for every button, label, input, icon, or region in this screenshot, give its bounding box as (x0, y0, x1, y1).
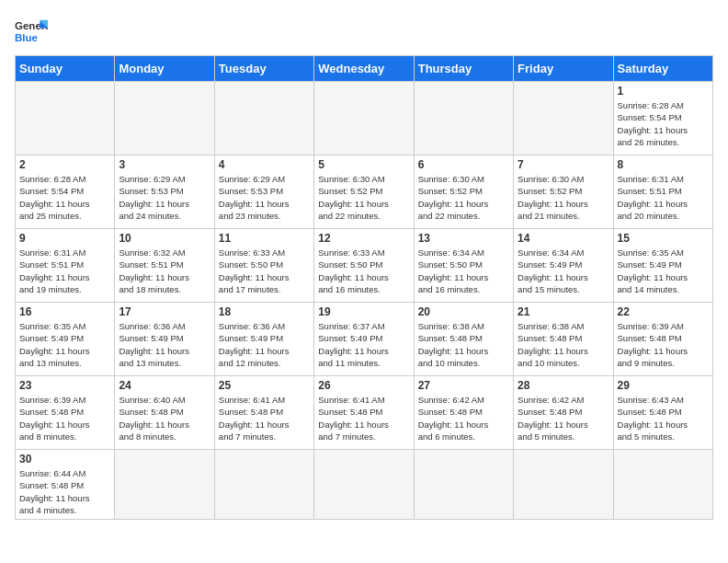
calendar-cell: 3Sunrise: 6:29 AM Sunset: 5:53 PM Daylig… (115, 155, 214, 229)
page-header: General Blue (15, 15, 713, 48)
day-number: 26 (318, 379, 409, 392)
calendar-cell (115, 82, 214, 155)
calendar-week-1: 1Sunrise: 6:28 AM Sunset: 5:54 PM Daylig… (16, 82, 713, 155)
day-number: 8 (618, 158, 709, 171)
calendar-cell (613, 450, 712, 520)
day-number: 9 (19, 232, 110, 245)
calendar-cell: 18Sunrise: 6:36 AM Sunset: 5:49 PM Dayli… (214, 303, 313, 376)
day-content: Sunrise: 6:29 AM Sunset: 5:53 PM Dayligh… (219, 173, 310, 222)
calendar-cell: 26Sunrise: 6:41 AM Sunset: 5:48 PM Dayli… (314, 376, 414, 450)
calendar-cell (314, 450, 414, 520)
calendar-cell (16, 82, 115, 155)
day-number: 16 (19, 305, 110, 318)
day-number: 17 (119, 305, 210, 318)
day-number: 18 (219, 305, 310, 318)
day-number: 1 (618, 85, 709, 98)
calendar-week-5: 23Sunrise: 6:39 AM Sunset: 5:48 PM Dayli… (16, 376, 713, 450)
day-content: Sunrise: 6:37 AM Sunset: 5:49 PM Dayligh… (318, 320, 409, 369)
day-content: Sunrise: 6:36 AM Sunset: 5:49 PM Dayligh… (219, 320, 310, 369)
day-number: 6 (418, 158, 509, 171)
day-number: 23 (19, 379, 110, 392)
day-content: Sunrise: 6:41 AM Sunset: 5:48 PM Dayligh… (219, 394, 310, 442)
day-content: Sunrise: 6:28 AM Sunset: 5:54 PM Dayligh… (618, 99, 709, 148)
day-content: Sunrise: 6:44 AM Sunset: 5:48 PM Dayligh… (19, 467, 110, 516)
calendar-cell: 23Sunrise: 6:39 AM Sunset: 5:48 PM Dayli… (16, 376, 115, 450)
day-content: Sunrise: 6:36 AM Sunset: 5:49 PM Dayligh… (119, 320, 210, 369)
calendar-week-4: 16Sunrise: 6:35 AM Sunset: 5:49 PM Dayli… (16, 303, 713, 376)
calendar-week-6: 30Sunrise: 6:44 AM Sunset: 5:48 PM Dayli… (16, 450, 713, 520)
calendar-cell: 6Sunrise: 6:30 AM Sunset: 5:52 PM Daylig… (414, 155, 513, 229)
day-content: Sunrise: 6:30 AM Sunset: 5:52 PM Dayligh… (518, 173, 609, 222)
day-content: Sunrise: 6:35 AM Sunset: 5:49 PM Dayligh… (618, 247, 709, 295)
day-number: 10 (119, 232, 210, 245)
day-content: Sunrise: 6:35 AM Sunset: 5:49 PM Dayligh… (19, 320, 110, 369)
calendar-week-2: 2Sunrise: 6:28 AM Sunset: 5:54 PM Daylig… (16, 155, 713, 229)
day-number: 30 (19, 453, 110, 465)
calendar-week-3: 9Sunrise: 6:31 AM Sunset: 5:51 PM Daylig… (16, 229, 713, 303)
day-number: 3 (119, 158, 210, 171)
day-number: 21 (518, 305, 609, 318)
day-content: Sunrise: 6:43 AM Sunset: 5:48 PM Dayligh… (618, 394, 709, 442)
day-content: Sunrise: 6:42 AM Sunset: 5:48 PM Dayligh… (418, 394, 509, 442)
calendar-cell: 28Sunrise: 6:42 AM Sunset: 5:48 PM Dayli… (514, 376, 613, 450)
day-number: 20 (418, 305, 509, 318)
day-content: Sunrise: 6:32 AM Sunset: 5:51 PM Dayligh… (119, 247, 210, 295)
calendar-cell (414, 450, 513, 520)
calendar-table: SundayMondayTuesdayWednesdayThursdayFrid… (15, 55, 713, 520)
calendar-cell: 22Sunrise: 6:39 AM Sunset: 5:48 PM Dayli… (613, 303, 712, 376)
calendar-cell: 20Sunrise: 6:38 AM Sunset: 5:48 PM Dayli… (414, 303, 513, 376)
calendar-cell (115, 450, 214, 520)
day-number: 29 (618, 379, 709, 392)
calendar-cell (414, 82, 513, 155)
day-content: Sunrise: 6:34 AM Sunset: 5:50 PM Dayligh… (418, 247, 509, 295)
calendar-cell (314, 82, 414, 155)
calendar-cell: 9Sunrise: 6:31 AM Sunset: 5:51 PM Daylig… (16, 229, 115, 303)
column-header-thursday: Thursday (414, 56, 513, 82)
day-number: 25 (219, 379, 310, 392)
day-content: Sunrise: 6:33 AM Sunset: 5:50 PM Dayligh… (219, 247, 310, 295)
day-content: Sunrise: 6:40 AM Sunset: 5:48 PM Dayligh… (119, 394, 210, 442)
day-number: 5 (318, 158, 409, 171)
calendar-cell: 29Sunrise: 6:43 AM Sunset: 5:48 PM Dayli… (613, 376, 712, 450)
day-content: Sunrise: 6:41 AM Sunset: 5:48 PM Dayligh… (318, 394, 409, 442)
calendar-cell: 15Sunrise: 6:35 AM Sunset: 5:49 PM Dayli… (613, 229, 712, 303)
day-number: 12 (318, 232, 409, 245)
calendar-cell (514, 450, 613, 520)
day-content: Sunrise: 6:30 AM Sunset: 5:52 PM Dayligh… (318, 173, 409, 222)
column-header-wednesday: Wednesday (314, 56, 414, 82)
svg-text:Blue: Blue (15, 32, 39, 43)
column-header-sunday: Sunday (16, 56, 115, 82)
calendar-cell: 14Sunrise: 6:34 AM Sunset: 5:49 PM Dayli… (514, 229, 613, 303)
day-content: Sunrise: 6:38 AM Sunset: 5:48 PM Dayligh… (418, 320, 509, 369)
calendar-cell: 16Sunrise: 6:35 AM Sunset: 5:49 PM Dayli… (16, 303, 115, 376)
day-number: 27 (418, 379, 509, 392)
day-content: Sunrise: 6:33 AM Sunset: 5:50 PM Dayligh… (318, 247, 409, 295)
logo: General Blue (15, 15, 48, 48)
calendar-cell: 27Sunrise: 6:42 AM Sunset: 5:48 PM Dayli… (414, 376, 513, 450)
day-number: 13 (418, 232, 509, 245)
calendar-cell (214, 82, 313, 155)
column-header-tuesday: Tuesday (214, 56, 313, 82)
calendar-cell: 25Sunrise: 6:41 AM Sunset: 5:48 PM Dayli… (214, 376, 313, 450)
day-content: Sunrise: 6:38 AM Sunset: 5:48 PM Dayligh… (518, 320, 609, 369)
column-header-saturday: Saturday (613, 56, 712, 82)
column-header-friday: Friday (514, 56, 613, 82)
column-header-monday: Monday (115, 56, 214, 82)
calendar-cell: 30Sunrise: 6:44 AM Sunset: 5:48 PM Dayli… (16, 450, 115, 520)
calendar-cell: 10Sunrise: 6:32 AM Sunset: 5:51 PM Dayli… (115, 229, 214, 303)
day-content: Sunrise: 6:31 AM Sunset: 5:51 PM Dayligh… (618, 173, 709, 222)
day-number: 19 (318, 305, 409, 318)
logo-icon: General Blue (15, 15, 48, 48)
day-content: Sunrise: 6:30 AM Sunset: 5:52 PM Dayligh… (418, 173, 509, 222)
day-content: Sunrise: 6:34 AM Sunset: 5:49 PM Dayligh… (518, 247, 609, 295)
calendar-cell: 2Sunrise: 6:28 AM Sunset: 5:54 PM Daylig… (16, 155, 115, 229)
day-number: 24 (119, 379, 210, 392)
calendar-cell: 1Sunrise: 6:28 AM Sunset: 5:54 PM Daylig… (613, 82, 712, 155)
day-content: Sunrise: 6:31 AM Sunset: 5:51 PM Dayligh… (19, 247, 110, 295)
day-number: 7 (518, 158, 609, 171)
day-number: 15 (618, 232, 709, 245)
calendar-header-row: SundayMondayTuesdayWednesdayThursdayFrid… (16, 56, 713, 82)
calendar-cell: 17Sunrise: 6:36 AM Sunset: 5:49 PM Dayli… (115, 303, 214, 376)
day-number: 22 (618, 305, 709, 318)
calendar-cell: 19Sunrise: 6:37 AM Sunset: 5:49 PM Dayli… (314, 303, 414, 376)
